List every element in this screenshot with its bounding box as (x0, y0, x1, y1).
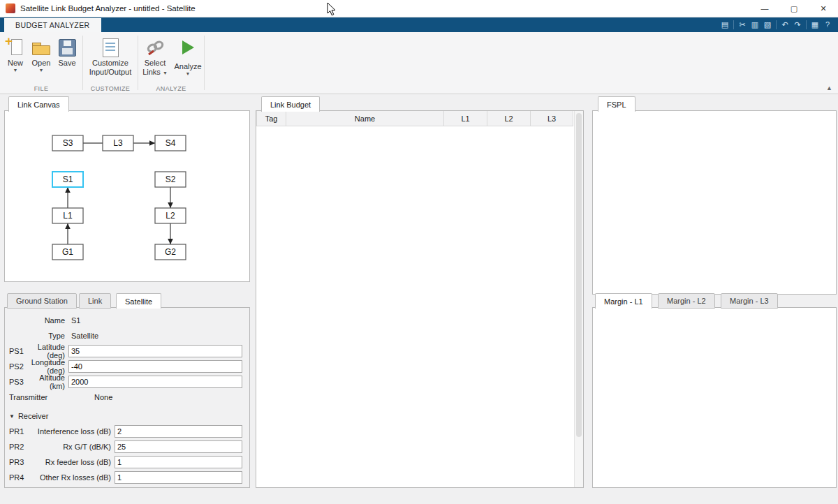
property-label: Name (29, 316, 68, 325)
help-icon[interactable]: ? (821, 20, 834, 29)
column-header[interactable]: L1 (444, 111, 487, 126)
canvas-node-G2[interactable]: G2 (155, 244, 186, 260)
save-button[interactable]: Save (54, 37, 80, 68)
dropdown-arrow-icon: ▼ (3, 68, 28, 73)
property-row: PS2Longitude (deg) (5, 359, 249, 374)
prop-input-pr2[interactable] (115, 440, 242, 453)
save-icon[interactable]: ▤ (719, 20, 731, 29)
analyze-button[interactable]: Analyze ▼ (172, 37, 203, 77)
layout-icon[interactable]: ▦ (809, 20, 821, 29)
canvas-node-S4[interactable]: S4 (155, 135, 186, 151)
section-label-analyze: ANALYZE (138, 85, 204, 92)
tab-budget-analyzer[interactable]: BUDGET ANALYZER (4, 18, 101, 32)
collapse-arrow-icon[interactable]: ▼ (9, 413, 15, 420)
app-icon (6, 3, 15, 13)
tab-margin-l2[interactable]: Margin - L2 (658, 293, 715, 309)
prop-input-pr3[interactable] (115, 456, 242, 468)
property-tag: PS2 (5, 362, 29, 371)
property-label: Interference loss (dB) (29, 427, 115, 436)
column-header[interactable]: Name (286, 111, 444, 126)
chain-links-icon (145, 37, 166, 58)
canvas-node-S1[interactable]: S1 (52, 172, 83, 187)
minimize-icon[interactable]: — (750, 0, 779, 17)
svg-text:S1: S1 (63, 175, 73, 184)
open-folder-icon (31, 37, 52, 58)
paste-icon[interactable]: ▧ (761, 20, 774, 29)
arrowhead-icon (65, 187, 71, 193)
vertical-scrollbar[interactable] (574, 111, 583, 487)
arrowhead-icon (168, 202, 173, 208)
redo-icon[interactable]: ↷ (791, 20, 804, 29)
section-label-customize: CUSTOMIZE (83, 85, 138, 92)
arrowhead-icon (168, 239, 173, 244)
column-header[interactable]: L2 (487, 111, 531, 126)
property-tag: PR1 (5, 427, 29, 436)
new-button[interactable]: New ▼ (3, 37, 28, 73)
svg-text:S2: S2 (166, 175, 176, 184)
prop-input-ps2[interactable] (68, 360, 242, 373)
dropdown-arrow-icon: ▼ (172, 71, 203, 77)
link-budget-table: TagNameL1L2L3 (256, 111, 573, 126)
prop-input-ps3[interactable] (68, 376, 242, 388)
run-analyze-icon (177, 40, 198, 61)
tab-fspl[interactable]: FSPL (598, 96, 635, 112)
undo-icon[interactable]: ↶ (779, 20, 791, 29)
canvas-node-G1[interactable]: G1 (52, 244, 83, 260)
ribbon-section-customize: Customize Input/Output CUSTOMIZE (83, 32, 138, 94)
tab-link-budget[interactable]: Link Budget (261, 96, 320, 112)
property-row: PS3Altitude (km) (5, 374, 249, 390)
copy-icon[interactable]: ▥ (749, 20, 761, 29)
property-tag: PR2 (5, 443, 29, 451)
property-row: PS1Latitude (deg) (5, 343, 249, 359)
tab-satellite[interactable]: Satellite (116, 293, 161, 309)
canvas-node-S3[interactable]: S3 (52, 135, 83, 151)
new-document-icon (5, 37, 26, 58)
tab-link[interactable]: Link (79, 293, 111, 309)
arrowhead-icon (149, 140, 155, 146)
title-bar: Satellite Link Budget Analyzer - untitle… (0, 0, 838, 17)
svg-text:G1: G1 (62, 247, 73, 257)
prop-input-pr4[interactable] (115, 471, 242, 484)
fspl-panel (592, 110, 837, 295)
arrowhead-icon (65, 223, 71, 229)
canvas-node-S2[interactable]: S2 (155, 172, 186, 187)
tab-margin-l3[interactable]: Margin - L3 (721, 293, 778, 309)
window-controls: — ▢ ✕ (750, 0, 838, 17)
open-button[interactable]: Open ▼ (29, 37, 54, 73)
property-row: NameS1 (5, 313, 249, 328)
property-row: PR2Rx G/T (dB/K) (5, 439, 249, 454)
ribbon-separator (204, 36, 205, 90)
property-label: Latitude (deg) (29, 343, 68, 360)
tab-margin-l1[interactable]: Margin - L1 (595, 293, 652, 309)
cut-icon[interactable]: ✂ (736, 20, 749, 29)
property-label: Type (29, 332, 68, 340)
property-label: Other Rx losses (dB) (29, 473, 115, 482)
canvas-node-L1[interactable]: L1 (52, 208, 83, 223)
toolbar-separator (733, 20, 734, 29)
property-row: PR3Rx feeder loss (dB) (5, 454, 249, 470)
prop-input-pr1[interactable] (115, 425, 242, 438)
quick-access-toolbar: ▤✂▥▧↶↷▦? (719, 17, 834, 32)
property-row: TransmitterNone (5, 390, 249, 405)
column-header[interactable]: L3 (531, 111, 573, 126)
close-icon[interactable]: ✕ (809, 0, 838, 17)
toolstrip-tab-bar: BUDGET ANALYZER ▤✂▥▧↶↷▦? (0, 17, 838, 32)
canvas-node-L3[interactable]: L3 (103, 135, 133, 151)
link-budget-panel: TagNameL1L2L3 (256, 110, 584, 488)
margin-panel (592, 307, 837, 488)
tab-ground-station[interactable]: Ground Station (7, 293, 77, 309)
satellite-properties-panel: NameS1TypeSatellitePS1Latitude (deg)PS2L… (4, 307, 250, 488)
save-disk-icon (57, 37, 78, 58)
property-tag: PR4 (5, 473, 29, 482)
collapse-ribbon-button[interactable]: ▲ (826, 84, 832, 91)
dropdown-arrow-icon: ▼ (163, 71, 168, 75)
canvas-node-L2[interactable]: L2 (155, 208, 186, 223)
column-header[interactable]: Tag (257, 111, 286, 126)
property-row: TypeSatellite (5, 328, 249, 343)
tab-link-canvas[interactable]: Link Canvas (8, 96, 69, 112)
maximize-icon[interactable]: ▢ (779, 0, 809, 17)
prop-input-ps1[interactable] (68, 345, 242, 357)
select-links-button[interactable]: Select Links ▼ (140, 37, 170, 77)
customize-input-output-button[interactable]: Customize Input/Output (85, 37, 135, 77)
scrollbar-thumb[interactable] (576, 113, 582, 437)
